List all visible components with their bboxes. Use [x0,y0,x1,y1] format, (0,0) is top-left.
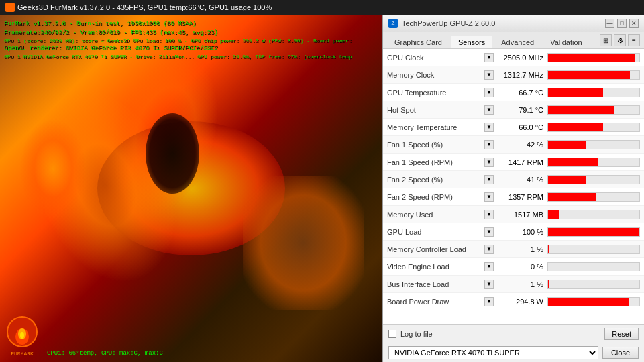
tab-sensors[interactable]: Sensors [451,36,492,48]
sensor-bar-fill-6 [548,158,598,166]
furmark-bottom-status: GPU1: 66°temp, CPU: max:C, max:C [47,350,163,357]
furmark-overlay: FurMark v1.37.2.0 - Burn-in test, 1920x1… [4,20,353,60]
sensor-row-6: Fan 1 Speed (RPM)▼1417 RPM [383,154,644,171]
sensor-dropdown-8[interactable]: ▼ [484,192,494,202]
sensor-bar-fill-9 [548,210,559,219]
sensor-name-10: GPU Load [387,228,484,236]
sensor-dropdown-5[interactable]: ▼ [484,140,494,149]
sensor-bar-container-10 [547,227,640,237]
toolbar-menu-icon[interactable]: ≡ [628,34,640,46]
furmark-icon [5,3,15,12]
sensor-bar-fill-0 [548,54,635,62]
maximize-button[interactable]: □ [617,19,627,28]
sensor-bar-container-0 [547,53,640,62]
sensor-dropdown-1[interactable]: ▼ [484,70,494,80]
sensor-value-10: 100 % [499,228,547,236]
flame-effect-4 [19,119,87,219]
furmark-title-text: Geeks3D FurMark v1.37.2.0 - 435FPS, GPU1… [17,3,272,11]
sensor-value-14: 294.8 W [499,298,547,306]
overlay-line-4: OpenGL renderer: NVIDIA GeForce RTX 4070… [4,44,353,53]
sensor-name-1: Memory Clock [387,71,484,79]
tab-validation[interactable]: Validation [543,36,590,48]
tab-graphics-card[interactable]: Graphics Card [387,36,449,48]
sensor-value-13: 1 % [499,280,547,288]
overlay-line-1: FurMark v1.37.2.0 - Burn-in test, 1920x1… [4,20,353,29]
sensor-bar-fill-14 [548,298,629,306]
sensor-row-2: GPU Temperature▼66.7 °C [383,84,644,101]
sensor-dropdown-10[interactable]: ▼ [484,227,494,237]
sensor-dropdown-3[interactable]: ▼ [484,105,494,115]
sensor-name-5: Fan 1 Speed (%) [387,141,484,149]
sensor-name-13: Bus Interface Load [387,280,484,288]
gpuz-panel: Z TechPowerUp GPU-Z 2.60.0 — □ ✕ Graphic… [382,15,644,362]
gpuz-titlebar: Z TechPowerUp GPU-Z 2.60.0 — □ ✕ [383,15,644,32]
sensor-bar-container-7 [547,175,640,184]
gpu-select[interactable]: NVIDIA GeForce RTX 4070 Ti SUPER [388,346,598,359]
sensor-bar-container-3 [547,105,640,115]
gpuz-window-controls: — □ ✕ [605,19,639,28]
sensor-value-7: 41 % [499,176,547,184]
sensor-row-4: Memory Temperature▼66.0 °C [383,119,644,136]
flame-effect-3 [243,176,364,310]
gpuz-tabs: Graphics Card Sensors Advanced Validatio… [383,33,596,48]
sensor-dropdown-11[interactable]: ▼ [484,245,494,254]
sensor-dropdown-9[interactable]: ▼ [484,210,494,219]
sensor-bar-container-1 [547,70,640,80]
sensor-bar-container-5 [547,140,640,149]
sensor-bar-fill-8 [548,193,596,201]
sensor-row-5: Fan 1 Speed (%)▼42 % [383,136,644,154]
furmark-canvas: FurMark v1.37.2.0 - Burn-in test, 1920x1… [0,15,382,362]
close-window-button[interactable]: ✕ [629,19,639,28]
sensor-bar-fill-4 [548,123,603,131]
close-button[interactable]: Close [602,347,639,359]
sensor-dropdown-2[interactable]: ▼ [484,88,494,97]
sensor-value-3: 79.1 °C [499,106,547,114]
sensor-dropdown-12[interactable]: ▼ [484,262,494,272]
log-to-file-checkbox[interactable] [388,330,396,338]
sensor-name-7: Fan 2 Speed (%) [387,176,484,184]
toolbar-grid-icon[interactable]: ⊞ [600,34,612,46]
sensor-dropdown-0[interactable]: ▼ [484,53,494,62]
toolbar-gear-icon[interactable]: ⚙ [614,34,626,46]
furmark-logo-svg [5,315,39,349]
sensor-row-12: Video Engine Load▼0 % [383,258,644,276]
reset-button[interactable]: Reset [604,328,639,340]
sensor-row-14: Board Power Draw▼294.8 W [383,293,644,310]
sensor-row-3: Hot Spot▼79.1 °C [383,101,644,119]
sensor-bar-fill-5 [548,141,586,149]
tab-advanced[interactable]: Advanced [494,36,541,48]
sensor-row-0: GPU Clock▼2505.0 MHz [383,49,644,66]
sensor-row-10: GPU Load▼100 % [383,223,644,241]
sensor-value-8: 1357 RPM [499,193,547,201]
sensor-bar-container-14 [547,297,640,306]
sensor-bar-fill-11 [548,245,549,253]
sensor-dropdown-6[interactable]: ▼ [484,158,494,167]
sensor-name-11: Memory Controller Load [387,245,484,253]
sensor-dropdown-14[interactable]: ▼ [484,297,494,306]
sensor-bar-fill-7 [548,176,586,184]
sensor-dropdown-4[interactable]: ▼ [484,123,494,132]
minimize-button[interactable]: — [605,19,614,28]
sensor-bar-container-2 [547,88,640,97]
sensor-name-0: GPU Clock [387,54,484,62]
sensor-row-1: Memory Clock▼1312.7 MHz [383,66,644,84]
sensor-bar-container-11 [547,245,640,254]
sensor-dropdown-13[interactable]: ▼ [484,280,494,289]
sensor-value-4: 66.0 °C [499,123,547,131]
gpuz-card-row: NVIDIA GeForce RTX 4070 Ti SUPER Close [383,343,644,362]
sensor-dropdown-7[interactable]: ▼ [484,175,494,184]
furmark-logo-area: FURMARK [5,315,39,357]
sensor-value-9: 1517 MB [499,210,547,219]
furmark-titlebar: Geeks3D FurMark v1.37.2.0 - 435FPS, GPU1… [0,0,644,15]
sensor-bar-container-4 [547,123,640,132]
sensor-value-0: 2505.0 MHz [499,54,547,62]
gpuz-app-icon: Z [388,19,398,28]
main-area: FurMark v1.37.2.0 - Burn-in test, 1920x1… [0,15,644,362]
furmark-panel: FurMark v1.37.2.0 - Burn-in test, 1920x1… [0,15,382,362]
overlay-line-2: Framerate:240/92/2 - Vram:80/619 - FPS:4… [4,29,353,38]
gpuz-bottom: Log to file Reset NVIDIA GeForce RTX 407… [383,324,644,362]
gpuz-title-left: Z TechPowerUp GPU-Z 2.60.0 [388,19,495,28]
sensors-table: GPU Clock▼2505.0 MHzMemory Clock▼1312.7 … [383,49,644,324]
sensor-bar-fill-13 [548,280,549,288]
sensor-row-11: Memory Controller Load▼1 % [383,241,644,258]
